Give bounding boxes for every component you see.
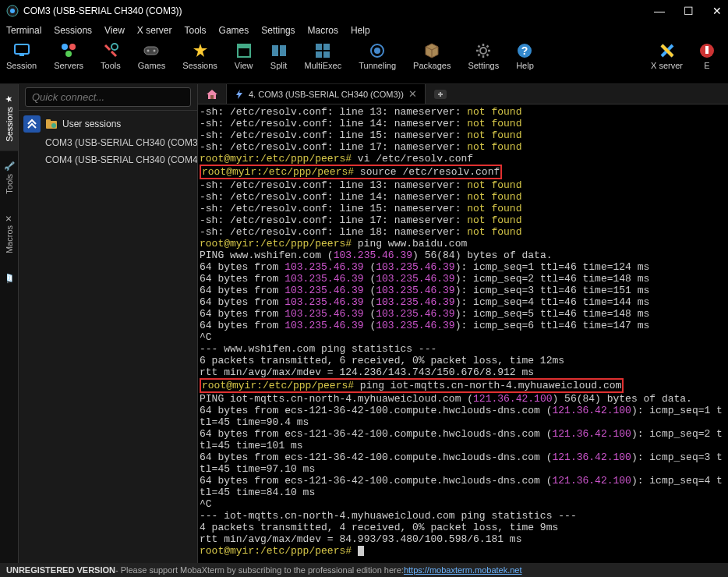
sidetab-sessions[interactable]: Sessions ★ (0, 84, 18, 151)
menu-games[interactable]: Games (219, 22, 249, 39)
menu-view[interactable]: View (104, 22, 125, 39)
svg-rect-16 (323, 44, 330, 50)
toolbar-tools-button[interactable]: Tools (101, 42, 121, 80)
session-item[interactable]: COM3 (USB-SERIAL CH340 (COM3)) (19, 134, 197, 151)
collapse-icon (27, 119, 37, 129)
home-tab[interactable] (198, 84, 227, 104)
sidetab-icon: 🔧 (4, 161, 14, 171)
side-tabs: Sessions ★Tools 🔧Macros ✕ 📨 (0, 84, 19, 563)
svg-rect-12 (238, 44, 250, 48)
svg-rect-29 (210, 95, 214, 99)
svg-rect-17 (316, 51, 322, 58)
view-icon (235, 42, 253, 59)
svg-rect-27 (46, 119, 51, 122)
sidetab-icon: ✕ (4, 212, 14, 222)
close-button[interactable]: ✕ (712, 5, 722, 17)
window-title: COM3 (USB-SERIAL CH340 (COM3)) (23, 5, 182, 16)
toolbar-help-button[interactable]: ?Help (516, 42, 534, 80)
toolbar-split-button[interactable]: Split (270, 42, 288, 80)
toolbar-x-server-button[interactable]: X server (651, 42, 683, 80)
active-tab[interactable]: 4. COM3 (USB-SERIAL CH340 (COM3)) ✕ (227, 84, 426, 104)
svg-point-7 (111, 44, 118, 50)
sidebar: User sessions COM3 (USB-SERIAL CH340 (CO… (19, 84, 198, 563)
toolbar-multiexec-button[interactable]: MultiExec (305, 42, 342, 80)
toolbar-session-button[interactable]: Session (6, 42, 37, 80)
menubar: TerminalSessionsViewX serverToolsGamesSe… (0, 22, 728, 39)
menu-tools[interactable]: Tools (185, 22, 207, 39)
help-icon: ? (516, 42, 533, 59)
status-unregistered: UNREGISTERED VERSION (6, 565, 115, 575)
toolbar: SessionServersToolsGamesSessionsViewSpli… (0, 39, 728, 84)
games-icon (143, 42, 160, 59)
packages-icon (423, 42, 440, 59)
toolbar-settings-button[interactable]: Settings (468, 42, 499, 80)
tools-icon (102, 42, 119, 59)
svg-rect-25 (705, 46, 709, 54)
menu-sessions[interactable]: Sessions (54, 22, 92, 39)
svg-rect-8 (144, 47, 158, 55)
svg-point-10 (154, 50, 156, 52)
exit-icon (698, 42, 716, 59)
toolbar-tunneling-button[interactable]: Tunneling (359, 42, 396, 80)
lightning-icon (235, 89, 244, 100)
tabbar: 4. COM3 (USB-SERIAL CH340 (COM3)) ✕ (198, 84, 728, 104)
menu-macros[interactable]: Macros (308, 22, 338, 39)
menu-x-server[interactable]: X server (137, 22, 172, 39)
sidetab-macros[interactable]: Macros ✕ (0, 203, 18, 263)
quick-connect-input[interactable] (25, 87, 191, 107)
folder-icon (45, 119, 58, 129)
svg-point-5 (69, 44, 76, 50)
maximize-button[interactable]: ☐ (684, 5, 694, 17)
toolbar-view-button[interactable]: View (235, 42, 253, 80)
multiexec-icon (314, 42, 331, 59)
svg-point-20 (374, 48, 380, 54)
status-link[interactable]: https://mobaxterm.mobatek.net (404, 565, 522, 575)
svg-point-4 (62, 44, 68, 50)
svg-rect-15 (316, 44, 322, 50)
terminal[interactable]: -sh: /etc/resolv.conf: line 13: nameserv… (198, 104, 728, 563)
menu-settings[interactable]: Settings (261, 22, 295, 39)
svg-text:?: ? (521, 44, 528, 57)
svg-point-9 (147, 50, 150, 52)
svg-rect-13 (272, 45, 278, 56)
sidetab-send[interactable]: 📨 (0, 263, 18, 295)
titlebar: COM3 (USB-SERIAL CH340 (COM3)) — ☐ ✕ (0, 0, 728, 22)
monitor-icon (13, 42, 30, 59)
toolbar-servers-button[interactable]: Servers (54, 42, 83, 80)
tree-collapse-all[interactable]: User sessions (19, 114, 197, 134)
svg-rect-18 (323, 51, 330, 58)
toolbar-e-button[interactable]: E (698, 42, 716, 80)
toolbar-games-button[interactable]: Games (138, 42, 165, 80)
split-icon (270, 42, 288, 59)
new-tab-button[interactable] (426, 84, 455, 104)
tab-close-button[interactable]: ✕ (408, 88, 417, 100)
sidetab-icon: ★ (4, 94, 14, 104)
tree-header-label: User sessions (62, 119, 121, 129)
home-icon (206, 89, 218, 100)
menu-help[interactable]: Help (351, 22, 370, 39)
toolbar-sessions-button[interactable]: Sessions (182, 42, 217, 80)
svg-rect-2 (15, 44, 29, 54)
svg-point-1 (10, 9, 15, 13)
tunnel-icon (369, 42, 386, 59)
svg-rect-3 (19, 55, 24, 56)
statusbar: UNREGISTERED VERSION - Please support Mo… (0, 563, 728, 577)
tab-label: 4. COM3 (USB-SERIAL CH340 (COM3)) (249, 90, 404, 99)
servers-icon (60, 42, 77, 59)
toolbar-packages-button[interactable]: Packages (413, 42, 451, 80)
svg-point-6 (65, 51, 72, 57)
sidetab-tools[interactable]: Tools 🔧 (0, 151, 18, 204)
svg-point-28 (51, 123, 56, 128)
star-icon (192, 42, 209, 59)
sidetab-icon: 📨 (4, 272, 14, 282)
xserver-icon (659, 42, 676, 59)
minimize-button[interactable]: — (654, 5, 665, 17)
status-message: - Please support MobaXterm by subscribin… (115, 565, 404, 575)
menu-terminal[interactable]: Terminal (6, 22, 41, 39)
svg-rect-14 (280, 45, 286, 56)
app-logo-icon (6, 5, 19, 17)
svg-point-21 (480, 48, 486, 54)
settings-icon (475, 42, 492, 59)
session-item[interactable]: COM4 (USB-SERIAL CH340 (COM4)) (19, 151, 197, 168)
